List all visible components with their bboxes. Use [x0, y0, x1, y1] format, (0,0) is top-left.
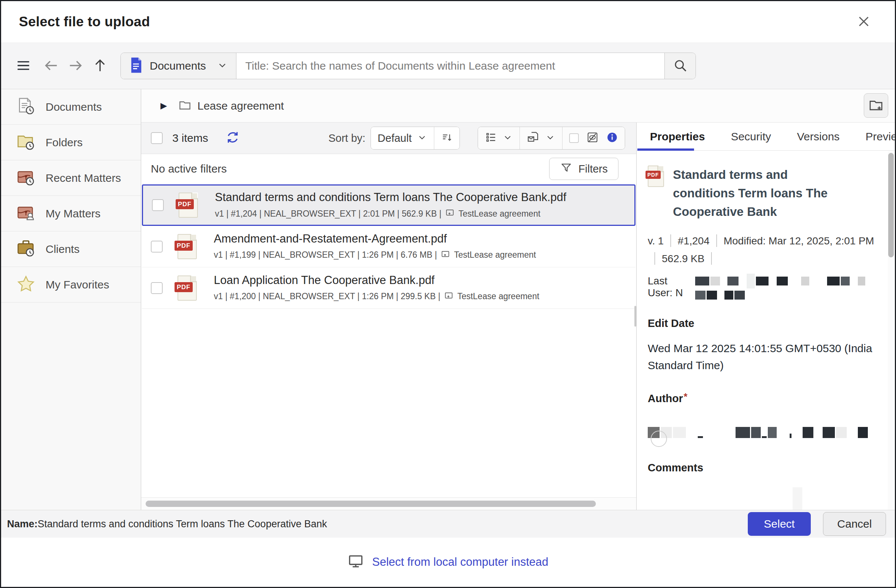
pdf-file-icon: PDF: [648, 166, 664, 187]
file-list-pane: 3 items Sort by: De: [141, 123, 637, 510]
doc-number: #1,204: [678, 235, 710, 247]
filter-status-row: No active filters Filters: [141, 154, 636, 184]
sidebar-item-label: Documents: [46, 101, 102, 113]
name-label: Name:: [7, 518, 38, 529]
name-value: Standard terms and conditions Term loans…: [38, 518, 327, 529]
up-button[interactable]: [91, 57, 109, 75]
tree-expander-icon[interactable]: ▶: [160, 101, 167, 111]
file-checkbox[interactable]: [151, 241, 163, 252]
sidebar-item-folders[interactable]: Folders: [1, 125, 141, 160]
content-area: ▶ Lease agreement: [141, 89, 895, 510]
details-scrollbar-thumb[interactable]: [888, 153, 894, 257]
refresh-icon[interactable]: [225, 130, 240, 146]
workspace-icon: [445, 208, 455, 220]
pdf-file-icon: PDF: [178, 193, 198, 218]
details-tabs: Properties Security Versions Preview: [637, 123, 895, 151]
main-split: 3 items Sort by: De: [141, 123, 895, 510]
sidebar-item-label: My Matters: [46, 207, 101, 220]
sidebar-item-my-favorites[interactable]: My Favorites: [1, 267, 141, 302]
sidebar-item-label: My Favorites: [46, 278, 109, 291]
file-rows: PDF Standard terms and conditions Term l…: [141, 184, 636, 510]
back-arrow-icon: [43, 57, 59, 75]
separator: [711, 252, 712, 265]
file-name: Standard terms and conditions Term loans…: [215, 191, 566, 204]
select-all-checkbox[interactable]: [151, 132, 163, 144]
new-folder-button[interactable]: [864, 93, 888, 118]
sort-dropdown[interactable]: Default: [371, 127, 434, 149]
search-button[interactable]: [664, 53, 696, 79]
horizontal-scrollbar-track[interactable]: [141, 497, 636, 510]
edit-date-label: Edit Date: [648, 318, 869, 330]
separator: [670, 234, 671, 247]
file-workspace: TestLease agreement: [459, 209, 540, 219]
chevron-down-icon: [503, 132, 513, 144]
sort-controls: Default: [370, 127, 460, 150]
avatar: [651, 431, 667, 447]
document-title: Standard terms and conditions Term loans…: [673, 166, 843, 221]
email-view-dropdown[interactable]: [520, 127, 562, 149]
close-icon: [856, 14, 871, 30]
select-file-dialog: Select file to upload: [0, 0, 896, 588]
list-vertical-scrollbar[interactable]: [634, 306, 636, 327]
tab-security[interactable]: Security: [731, 130, 771, 143]
document-envelope-icon: [527, 131, 540, 146]
sidebar-item-recent-matters[interactable]: Recent Matters: [1, 160, 141, 196]
search-icon: [672, 58, 688, 74]
comments-scrollbar: [792, 487, 802, 510]
properties-content: PDF Standard terms and conditions Term l…: [637, 151, 895, 510]
hide-preview-icon[interactable]: [586, 131, 599, 145]
cancel-button[interactable]: Cancel: [823, 512, 886, 536]
sidebar-item-label: Recent Matters: [46, 172, 121, 184]
file-name: Amendment-and-Restatement-Agreement.pdf: [214, 232, 536, 246]
redacted-last-user: [695, 273, 869, 300]
sidebar-item-clients[interactable]: Clients: [1, 231, 141, 267]
new-folder-icon: [868, 97, 884, 114]
toggle-checkbox[interactable]: [569, 133, 579, 143]
file-row[interactable]: PDF Loan Application The Cooperative Ban…: [142, 267, 635, 309]
file-workspace: TestLease agreement: [454, 250, 536, 260]
sort-by-label: Sort by:: [328, 132, 366, 144]
horizontal-scrollbar-thumb[interactable]: [146, 501, 596, 507]
local-computer-link[interactable]: Select from local computer instead: [372, 555, 549, 569]
local-upload-row: Select from local computer instead: [1, 538, 895, 586]
separator: [716, 234, 717, 247]
dialog-title: Select file to upload: [19, 14, 150, 30]
filter-status: No active filters: [151, 163, 227, 175]
filters-button[interactable]: Filters: [549, 158, 619, 180]
sort-direction-button[interactable]: [434, 127, 460, 149]
forward-arrow-icon: [67, 57, 84, 75]
details-scrollbar-track[interactable]: [888, 152, 894, 510]
up-arrow-icon: [91, 57, 108, 75]
tab-properties[interactable]: Properties: [650, 130, 705, 143]
forward-button[interactable]: [66, 57, 85, 75]
sidebar-item-my-matters[interactable]: My Matters: [1, 196, 141, 231]
search-scope-value: Documents: [150, 59, 210, 72]
breadcrumb-folder[interactable]: Lease agreement: [198, 100, 284, 112]
tab-preview[interactable]: Preview: [866, 130, 896, 143]
file-checkbox[interactable]: [152, 199, 164, 211]
file-checkbox[interactable]: [151, 282, 163, 294]
view-mode-dropdown[interactable]: [478, 127, 520, 149]
close-button[interactable]: [854, 12, 873, 32]
hamburger-icon: [15, 58, 32, 75]
items-count: 3 items: [172, 132, 208, 144]
tab-versions[interactable]: Versions: [797, 130, 840, 143]
back-button[interactable]: [42, 57, 60, 75]
sort-value: Default: [378, 132, 412, 144]
search-bar: Documents: [120, 53, 696, 79]
file-meta: v1 | #1,199 | NEAL_BROWSER_EXT | 1:26 PM…: [214, 250, 437, 260]
sidebar-item-documents[interactable]: Documents: [1, 89, 141, 125]
monitor-icon: [347, 553, 364, 571]
file-meta: v1 | #1,200 | NEAL_BROWSER_EXT | 1:26 PM…: [214, 292, 440, 301]
dialog-body: Documents Folders: [1, 89, 895, 510]
author-label: Author: [648, 392, 683, 404]
info-icon[interactable]: [606, 131, 618, 145]
file-row[interactable]: PDF Amendment-and-Restatement-Agreement.…: [142, 226, 635, 267]
search-input[interactable]: [236, 53, 664, 79]
search-scope-dropdown[interactable]: Documents: [121, 53, 236, 79]
comments-field[interactable]: [648, 474, 869, 510]
file-name: Loan Application The Cooperative Bank.pd…: [214, 273, 539, 287]
menu-button[interactable]: [14, 57, 33, 75]
file-row[interactable]: PDF Standard terms and conditions Term l…: [142, 184, 635, 226]
select-button[interactable]: Select: [748, 512, 811, 536]
